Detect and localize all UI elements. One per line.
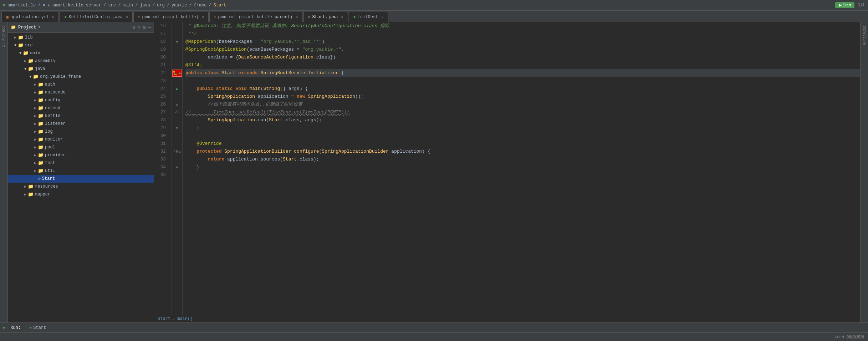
folder-icon-extend: 📁 — [38, 105, 44, 111]
folder-icon-listener: 📁 — [38, 121, 44, 127]
bottom-tabs: ▶ Run: ● Start — [0, 322, 868, 332]
close-tab-start[interactable]: ✕ — [341, 15, 343, 19]
tree-item-src[interactable]: ▼ 📁 src — [8, 41, 154, 49]
tab-pom-smart-kettle[interactable]: m pom.xml (smart-kettle) ✕ — [133, 12, 209, 22]
tree-item-test[interactable]: ▶ 📁 test — [8, 159, 154, 167]
code-line-24: public static void main(String[] args) { — [185, 85, 860, 93]
tree-item-autocode[interactable]: ▶ 📁 autocode — [8, 88, 154, 96]
folder-icon-org: 📁 — [33, 74, 39, 80]
start-tab[interactable]: ● Start — [26, 325, 50, 331]
fold-29[interactable]: ⊟ — [176, 126, 178, 130]
tree-item-org-yaukie-frame[interactable]: ▼ 📁 org.yaukie.frame — [8, 73, 154, 81]
code-line-27: // TimeZone.setDefault(TimeZone.getTimeZ… — [185, 108, 860, 116]
bookmark-18: ● — [176, 40, 178, 44]
code-line-20: exclude = {DataSourceAutoConfiguration.c… — [185, 54, 860, 61]
left-edge-panel: 1: Project — [0, 22, 8, 322]
close-tab-kettle[interactable]: ✕ — [126, 15, 128, 19]
tree-item-auth[interactable]: ▶ 📁 auth — [8, 81, 154, 88]
start-file-icon: ⚙ — [38, 176, 41, 182]
arrow-listener: ▶ — [33, 122, 38, 126]
close-tab-pom2[interactable]: ✕ — [296, 15, 298, 19]
tree-item-provider[interactable]: ▶ 📁 provider — [8, 151, 154, 159]
gutter-23 — [172, 77, 182, 85]
gutter-26: ⊟ — [172, 101, 182, 108]
run-arrow-24[interactable]: ▶ — [176, 87, 178, 91]
line-numbers: 16 17 18 19 20 21 22 23 24 25 26 27 28 2… — [154, 22, 172, 315]
title-bar-right: ▶ Start Git — [835, 2, 865, 8]
run-button[interactable]: ▶ Start — [835, 2, 854, 8]
dropdown-arrow[interactable]: ▼ — [38, 25, 40, 29]
run-tab[interactable]: Run: — [7, 325, 24, 331]
folder-icon-kettle: 📁 — [38, 113, 44, 119]
arrow-lib: ▶ — [13, 35, 18, 40]
gutter-33 — [172, 156, 182, 163]
tree-item-start-file[interactable]: ▶ ⚙ Start — [8, 175, 154, 183]
tab-init-dest[interactable]: ● InitDest ✕ — [349, 12, 388, 22]
fold-27[interactable]: // — [175, 111, 179, 114]
folder-icon-monitor: 📁 — [38, 137, 44, 142]
fold-32[interactable]: ⊟ — [179, 150, 180, 154]
gutter-24[interactable]: ▶ — [172, 85, 182, 93]
code-line-23 — [185, 77, 860, 85]
tree-item-extend[interactable]: ▶ 📁 extend — [8, 104, 154, 112]
tree-item-config[interactable]: ▶ 📁 config — [8, 96, 154, 104]
tab-pom-smart-kettle-parent[interactable]: m pom.xml (smart-kettle-parent) ✕ — [209, 12, 302, 22]
tree-item-pool[interactable]: ▶ 📁 pool — [8, 143, 154, 151]
code-line-28: SpringApplication.run(Start.class, args)… — [185, 116, 860, 124]
tree-item-util[interactable]: ▶ 📁 util — [8, 167, 154, 175]
structure-tab-label[interactable]: Structure — [862, 26, 866, 45]
folder-icon-src: 📁 — [18, 42, 24, 48]
fold-34[interactable]: ⊟ — [176, 166, 178, 169]
panel-header: 📁 Project ▼ ⊕ ≡ ⚙ — — [8, 22, 154, 33]
minimize-icon[interactable]: — — [148, 25, 151, 30]
panel-header-buttons: ⊕ ≡ ⚙ — — [132, 24, 151, 30]
arrow-monitor: ▶ — [33, 137, 38, 142]
tree-item-monitor[interactable]: ▶ 📁 monitor — [8, 136, 154, 143]
tree-item-kettle[interactable]: ▶ 📁 kettle — [8, 112, 154, 120]
tree-item-listener[interactable]: ▶ 📁 listener — [8, 120, 154, 128]
gutter-17 — [172, 30, 182, 38]
tab-application-yml[interactable]: ▣ application.yml ✕ — [1, 12, 59, 22]
tree-item-resources[interactable]: ▶ 📁 resources — [8, 183, 154, 190]
arrow-main: ▼ — [18, 51, 23, 55]
arrow-mapper: ▶ — [23, 192, 28, 197]
init-dest-icon: ● — [353, 15, 356, 20]
settings-icon[interactable]: ⚙ — [143, 24, 145, 30]
folder-icon-lib: 📁 — [18, 35, 24, 40]
at-sign: @ — [176, 150, 178, 153]
tab-kettle-init-config[interactable]: ● KettleInitConfig.java ✕ — [60, 12, 132, 22]
close-tab-yaml[interactable]: ✕ — [52, 15, 54, 19]
scope-icon[interactable]: ⊕ — [132, 24, 135, 30]
code-line-25: SpringApplication application = new Spri… — [185, 93, 860, 101]
run-icon-22[interactable]: ▶ — [179, 71, 181, 76]
main-layout: 1: Project 📁 Project ▼ ⊕ ≡ ⚙ — ▶ 📁 lib — [0, 22, 868, 322]
title-bar: ■ smartkettle / ■ x-smart-kettle-server … — [0, 0, 868, 11]
code-lines[interactable]: * @Destrib: 注意, 如果不需要认证 请添加, SecurityAut… — [183, 22, 860, 315]
tree-item-mapper[interactable]: ▶ 📁 mapper — [8, 190, 154, 198]
collapse-icon[interactable]: ≡ — [138, 25, 141, 30]
gutter-32: ↑ @ ⊟ — [172, 148, 182, 156]
arrow-start: ▶ — [33, 177, 38, 181]
tree-item-java[interactable]: ▼ 📁 java — [8, 65, 154, 73]
code-line-34: } — [185, 163, 860, 171]
tree-item-assembly[interactable]: ▶ 📁 assembly — [8, 57, 154, 65]
tab-start-java[interactable]: ⚙ Start.java ✕ — [303, 12, 348, 22]
project-tab-label[interactable]: 1: Project — [2, 26, 6, 47]
tree-item-log[interactable]: ▶ 📁 log — [8, 128, 154, 136]
debug-run-icon[interactable]: 🐛 — [173, 71, 178, 76]
fold-26[interactable]: ⊟ — [176, 103, 178, 107]
folder-icon-pool: 📁 — [38, 144, 44, 150]
close-tab-initdest[interactable]: ✕ — [381, 15, 383, 19]
tree-item-main[interactable]: ▼ 📁 main — [8, 49, 154, 57]
gutter-21 — [172, 61, 182, 69]
folder-icon-mapper: 📁 — [28, 192, 34, 197]
code-line-35 — [185, 171, 860, 179]
tree-item-lib[interactable]: ▶ 📁 lib — [8, 34, 154, 41]
java-green-icon: ● — [64, 15, 67, 20]
folder-icon-resources: 📁 — [28, 184, 34, 189]
project-panel: 📁 Project ▼ ⊕ ≡ ⚙ — ▶ 📁 lib ▼ — [8, 22, 154, 322]
gutter-16 — [172, 22, 182, 30]
close-tab-pom1[interactable]: ✕ — [202, 15, 204, 19]
folder-icon-autocode: 📁 — [38, 90, 44, 95]
gutter-area: ● 🐛 ▶ ▶ ⊟ — [172, 22, 183, 315]
